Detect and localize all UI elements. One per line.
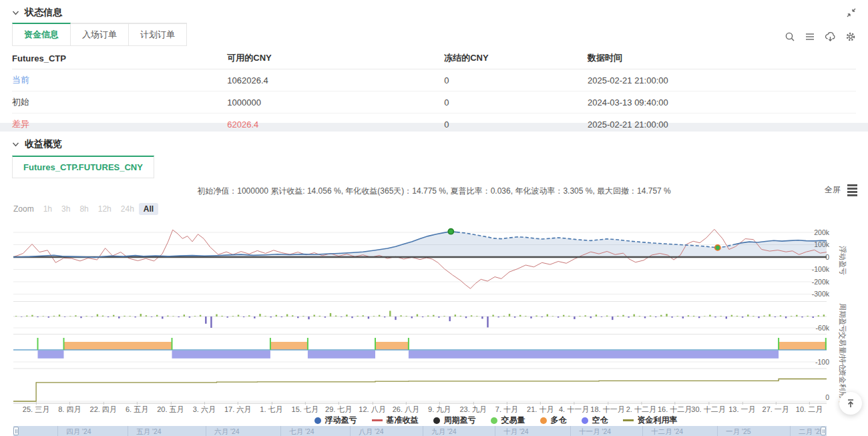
legend-item-多仓[interactable]: 多仓 bbox=[540, 415, 567, 426]
period-pnl-bar bbox=[628, 316, 629, 318]
x-axis-label: 30. 十二月 bbox=[691, 405, 725, 415]
zoom-button-24h[interactable]: 24h bbox=[116, 203, 139, 215]
x-axis-label: 29. 七月 bbox=[325, 405, 352, 415]
period-pnl-bar bbox=[129, 316, 130, 316]
short-position-block bbox=[172, 351, 270, 359]
period-pnl-bar bbox=[823, 314, 825, 316]
legend-item-基准收益[interactable]: 基准收益 bbox=[372, 415, 419, 426]
legend-item-空仓[interactable]: 空仓 bbox=[582, 415, 608, 426]
period-pnl-bar bbox=[259, 314, 260, 316]
period-pnl-bar bbox=[113, 315, 114, 316]
period-pnl-bar bbox=[48, 316, 49, 318]
period-pnl-bar bbox=[574, 316, 575, 319]
period-pnl-bar bbox=[221, 316, 222, 316]
column-header: Futures_CTP bbox=[12, 47, 227, 69]
x-axis-label: 25. 三月 bbox=[23, 405, 49, 415]
zoom-button-All[interactable]: All bbox=[139, 203, 158, 215]
period-pnl-bar bbox=[194, 316, 196, 316]
navigator-handle-left[interactable] bbox=[13, 427, 19, 435]
tab-资金信息[interactable]: 资金信息 bbox=[12, 23, 71, 46]
legend-dot-icon bbox=[314, 417, 321, 424]
column-header: 数据时间 bbox=[588, 47, 856, 69]
search-icon[interactable] bbox=[785, 31, 795, 42]
y-axis-title: 浮动盈亏 bbox=[839, 246, 847, 275]
period-pnl-bar bbox=[438, 316, 439, 318]
period-pnl-bar bbox=[357, 316, 358, 316]
period-pnl-bar bbox=[465, 316, 467, 318]
period-pnl-bar bbox=[64, 316, 65, 317]
y-axis-label: -200k bbox=[812, 278, 830, 286]
zoom-button-8h[interactable]: 8h bbox=[75, 203, 93, 215]
period-pnl-bar bbox=[37, 316, 38, 317]
period-pnl-bar bbox=[140, 314, 142, 316]
period-pnl-bar bbox=[97, 314, 98, 316]
period-pnl-bar bbox=[714, 316, 716, 317]
x-axis-label: 8. 四月 bbox=[58, 405, 81, 415]
x-axis-label: 22. 四月 bbox=[90, 405, 117, 415]
period-pnl-bar bbox=[379, 315, 380, 316]
tab-计划订单[interactable]: 计划订单 bbox=[128, 23, 187, 46]
period-pnl-bar bbox=[644, 316, 646, 318]
period-pnl-bar bbox=[535, 316, 537, 316]
period-pnl-bar bbox=[373, 316, 375, 316]
period-pnl-bar bbox=[254, 316, 255, 318]
legend-item-浮动盈亏[interactable]: 浮动盈亏 bbox=[314, 415, 357, 426]
back-to-top-button[interactable] bbox=[839, 392, 862, 415]
period-pnl-bar bbox=[596, 314, 597, 316]
cell-value: 0 bbox=[444, 69, 588, 91]
period-pnl-bar bbox=[671, 316, 672, 318]
period-pnl-bar bbox=[276, 315, 277, 316]
x-axis-label: 23. 九月 bbox=[459, 405, 486, 415]
column-header: 可用的CNY bbox=[227, 47, 444, 69]
chart-menu-icon[interactable] bbox=[847, 184, 857, 196]
period-pnl-bar bbox=[763, 316, 765, 316]
period-pnl-bar bbox=[704, 316, 705, 316]
collapse-corners-icon[interactable] bbox=[847, 8, 856, 17]
period-pnl-bar bbox=[232, 316, 234, 316]
cell-value: 2025-02-21 21:00:00 bbox=[588, 69, 856, 91]
x-axis-label: 9. 九月 bbox=[428, 405, 451, 415]
navigator-separator bbox=[423, 426, 423, 436]
short-position-block bbox=[38, 351, 64, 359]
legend-item-周期盈亏[interactable]: 周期盈亏 bbox=[433, 415, 476, 426]
period-pnl-bar bbox=[15, 316, 17, 316]
x-axis-label: 17. 六月 bbox=[224, 405, 251, 415]
legend-item-资金利用率[interactable]: 资金利用率 bbox=[623, 415, 678, 426]
tab-futures-cny[interactable]: Futures_CTP.FUTURES_CNY bbox=[12, 156, 154, 178]
period-pnl-bar bbox=[525, 316, 526, 316]
fullscreen-button[interactable]: 全屏 bbox=[825, 184, 841, 196]
period-pnl-bar bbox=[85, 316, 87, 316]
zoom-button-1h[interactable]: 1h bbox=[39, 203, 57, 215]
period-pnl-bar bbox=[43, 316, 44, 316]
chart-navigator[interactable]: 四月 '24五月 '24六月 '24七月 '24八月 '24九月 '24十月 '… bbox=[13, 426, 827, 436]
period-pnl-bar bbox=[731, 315, 732, 316]
navigator-separator bbox=[642, 426, 643, 436]
period-pnl-bar bbox=[481, 316, 483, 318]
tab-入场订单[interactable]: 入场订单 bbox=[70, 23, 129, 46]
period-pnl-bar bbox=[281, 316, 282, 317]
chevron-down-icon[interactable] bbox=[12, 141, 19, 148]
zoom-button-3h[interactable]: 3h bbox=[57, 203, 75, 215]
period-pnl-bar bbox=[270, 316, 272, 317]
x-axis-label: 13. 一月 bbox=[728, 405, 755, 415]
list-icon[interactable] bbox=[805, 31, 815, 42]
navigator-month-label: 八月 '24 bbox=[359, 427, 384, 436]
legend-item-交易量[interactable]: 交易量 bbox=[491, 415, 525, 426]
period-pnl-bar bbox=[590, 316, 592, 318]
period-pnl-bar bbox=[59, 314, 60, 316]
chevron-down-icon[interactable] bbox=[12, 9, 19, 17]
y-axis-label: -60k bbox=[816, 324, 830, 332]
stock-chart[interactable]: 200k100k0-100k-200k-300k-60k-1000浮动盈亏周期盈… bbox=[13, 220, 868, 405]
x-axis-label: 26. 八月 bbox=[393, 405, 419, 415]
period-pnl-bar bbox=[417, 314, 418, 316]
row-label[interactable]: 当前 bbox=[12, 69, 227, 91]
cloud-download-icon[interactable] bbox=[825, 31, 836, 42]
zoom-button-12h[interactable]: 12h bbox=[93, 203, 116, 215]
period-pnl-bar bbox=[243, 316, 244, 317]
navigator-separator bbox=[790, 426, 791, 436]
navigator-handle-right[interactable] bbox=[821, 427, 826, 435]
y-axis-title: 周期盈亏 bbox=[839, 303, 847, 333]
gear-icon[interactable] bbox=[845, 31, 856, 42]
navigator-month-label: 一月 '25 bbox=[726, 427, 751, 436]
period-pnl-bar bbox=[579, 316, 580, 316]
